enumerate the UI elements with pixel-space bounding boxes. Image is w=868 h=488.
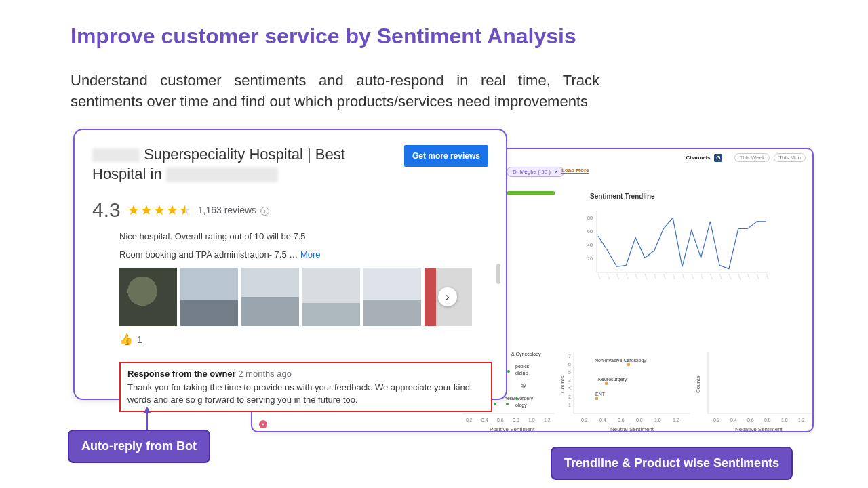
svg-text:1.0: 1.0	[654, 418, 661, 422]
svg-text:1.2: 1.2	[673, 418, 679, 422]
neutral-scatter-panel: Counts 765 4321 Non Invasive Cardiology …	[557, 346, 693, 434]
info-icon[interactable]: i	[260, 207, 269, 216]
review-thumb[interactable]	[363, 268, 421, 326]
svg-line-19	[738, 274, 741, 279]
svg-text:0.2: 0.2	[466, 418, 473, 422]
svg-text:0.8: 0.8	[513, 418, 519, 422]
callout-trendline: Trendline & Product wise Sentiments	[551, 447, 793, 480]
rating-value: 4.3	[92, 199, 121, 222]
review-body: Nice hospital. Overall rating out of 10 …	[92, 231, 488, 326]
svg-point-32	[515, 397, 518, 400]
svg-text:1.0: 1.0	[781, 418, 788, 422]
filter-pill[interactable]: Dr Megha ( 56 ) ×	[507, 167, 564, 177]
svg-text:0.8: 0.8	[764, 418, 771, 422]
svg-text:Counts: Counts	[695, 376, 701, 393]
svg-text:5: 5	[568, 370, 571, 375]
svg-text:20: 20	[587, 256, 593, 261]
get-more-reviews-button[interactable]: Get more reviews	[404, 145, 488, 167]
svg-text:0.6: 0.6	[618, 418, 625, 422]
svg-text:1.2: 1.2	[544, 418, 551, 422]
like-count: 1	[137, 334, 142, 345]
business-title-line2-prefix: Hospital in	[92, 165, 162, 182]
svg-line-18	[729, 274, 731, 279]
svg-text:gy: gy	[521, 383, 526, 388]
svg-line-20	[747, 274, 749, 279]
business-title: Superspeciality Hospital | Best Hospital…	[92, 145, 345, 184]
svg-line-12	[673, 274, 675, 279]
review-line-2: Room booking and TPA administration- 7.5…	[119, 249, 488, 260]
filter-pill-remove-icon[interactable]: ×	[555, 169, 558, 175]
business-title-mid: Superspeciality Hospital | Best	[144, 146, 345, 163]
like-row: 👍 1	[92, 333, 488, 346]
owner-response-body: Thank you for taking the time to provide…	[127, 382, 484, 405]
mini-close-icon[interactable]: ×	[259, 420, 267, 428]
owner-response-highlight: Response from the owner 2 months ago Tha…	[119, 362, 492, 412]
callout-arrow-icon	[146, 408, 148, 430]
svg-line-17	[719, 274, 722, 279]
svg-text:ENT: ENT	[595, 392, 606, 396]
svg-line-8	[635, 274, 637, 279]
svg-text:0.6: 0.6	[497, 418, 504, 422]
review-thumb[interactable]	[119, 268, 177, 326]
review-thumb[interactable]	[241, 268, 299, 326]
svg-text:0.4: 0.4	[599, 418, 606, 422]
star-rating-icon: ★★★★★	[127, 202, 191, 218]
svg-text:2: 2	[568, 394, 571, 399]
review-thumb[interactable]	[180, 268, 238, 326]
review-thumb[interactable]	[302, 268, 360, 326]
image-strip-next-icon[interactable]: ›	[438, 287, 457, 306]
svg-text:40: 40	[587, 243, 593, 247]
review-count[interactable]: 1,163 reviews i	[198, 205, 269, 216]
thumb-up-icon[interactable]: 👍	[119, 333, 133, 346]
svg-text:60: 60	[587, 229, 593, 234]
more-link[interactable]: More	[300, 249, 321, 260]
channels-label: Channels	[686, 155, 710, 161]
svg-point-57	[595, 397, 598, 400]
svg-text:0.2: 0.2	[581, 418, 588, 422]
svg-text:0.6: 0.6	[747, 418, 754, 422]
trendline-chart-title: Sentiment Trendline	[590, 192, 655, 200]
svg-text:ology: ology	[515, 403, 527, 408]
svg-line-14	[692, 274, 694, 279]
owner-response-header: Response from the owner 2 months ago	[127, 369, 484, 379]
svg-text:80: 80	[587, 216, 593, 220]
load-more-link[interactable]: Load More	[561, 167, 589, 174]
svg-line-16	[710, 274, 712, 279]
svg-text:neral Surgery: neral Surgery	[505, 396, 534, 401]
scroll-thumb[interactable]	[496, 264, 500, 284]
review-line-1: Nice hospital. Overall rating out of 10 …	[119, 231, 488, 241]
filter-pill-text: Dr Megha ( 56 )	[513, 169, 551, 175]
svg-text:1.0: 1.0	[528, 418, 535, 422]
review-card: Superspeciality Hospital | Best Hospital…	[73, 129, 507, 400]
period-this-week[interactable]: This Week	[734, 153, 770, 162]
svg-text:& Gynecology: & Gynecology	[511, 352, 541, 357]
svg-text:1: 1	[568, 403, 571, 407]
svg-line-11	[663, 274, 665, 279]
svg-line-6	[617, 274, 619, 279]
svg-text:Positive Sentiment: Positive Sentiment	[490, 426, 535, 432]
page-subtitle: Understand customer sentiments and auto-…	[71, 70, 599, 113]
svg-text:pedics: pedics	[515, 364, 530, 369]
svg-text:Counts: Counts	[559, 376, 566, 393]
trendline-chart: 80 60 40 20	[578, 205, 774, 286]
sentiment-green-bar	[507, 191, 555, 195]
review-image-strip: ›	[119, 268, 488, 326]
svg-line-4	[598, 274, 600, 279]
svg-line-15	[701, 274, 703, 279]
svg-text:0.4: 0.4	[730, 418, 737, 422]
google-badge-icon: G	[714, 154, 722, 162]
svg-text:Neutral Sentiment: Neutral Sentiment	[610, 426, 654, 432]
svg-text:Negative Sentiment: Negative Sentiment	[735, 426, 783, 432]
svg-text:Non Invasive Cardiology: Non Invasive Cardiology	[595, 358, 646, 363]
svg-line-9	[645, 274, 647, 279]
svg-line-13	[682, 274, 684, 279]
svg-line-22	[766, 274, 768, 279]
svg-point-33	[494, 403, 496, 405]
redacted-name-1	[92, 148, 140, 162]
rating-row: 4.3 ★★★★★ 1,163 reviews i	[92, 199, 488, 222]
redacted-name-2	[166, 167, 278, 182]
period-this-month[interactable]: This Mon	[774, 153, 806, 162]
svg-line-21	[757, 274, 759, 279]
trend-series-line	[598, 218, 766, 268]
svg-line-5	[608, 274, 610, 279]
